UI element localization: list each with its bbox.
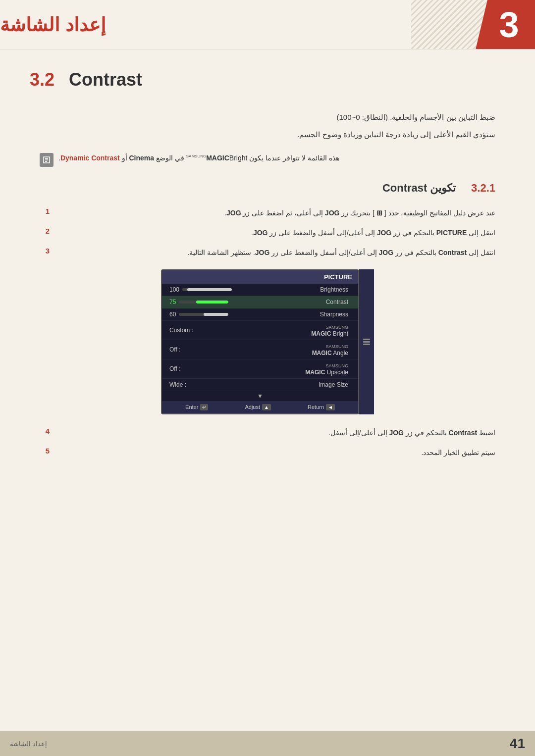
step-4: اضبط Contrast بالتحكم في زر JOG إلى أعلى… [40,427,495,439]
sidebar-icon [359,269,374,414]
section-title [57,69,67,90]
step-2-text: انتقل إلى PICTURE بالتحكم في زر JOG إلى … [57,227,495,239]
section-title-container: 3.2 Contrast [0,50,535,100]
footer-return: ◄ Return [308,404,335,410]
chapter-number: 3 [491,4,519,45]
steps-container: عند عرض دليل المفاتيح الوظيفية، حدد [ ⊞ … [40,207,495,459]
monitor-screen: PICTURE Brightness 100 [161,269,359,414]
description-line1: ضبط التباين بين الأجسام والخلفية. (النطا… [40,110,495,125]
step-1: عند عرض دليل المفاتيح الوظيفية، حدد [ ⊞ … [40,207,495,219]
section-title-text: Contrast [69,69,142,90]
menu-scroll-indicator: ▼ [162,391,358,401]
note-block: هذه القائمة لا تتوافر عندما يكون SAMSUNG… [40,152,495,167]
subsection-title: 3.2.1 تكوين Contrast [40,182,495,195]
footer-right-text: إعداد الشاشة [10,740,47,748]
step-1-number: 1 [40,207,50,215]
step-4-number: 4 [40,427,50,435]
page-footer: 41 إعداد الشاشة [0,731,535,756]
note-icon [40,153,54,167]
menu-item-brightness: Brightness 100 [162,284,358,296]
description-block: ضبط التباين بين الأجسام والخلفية. (النطا… [40,110,495,142]
step-3-number: 3 [40,247,50,255]
note-text: هذه القائمة لا تتوافر عندما يكون SAMSUNG… [58,152,339,164]
step-3: انتقل إلى Contrast بالتحكم في زر JOG إلى… [40,247,495,259]
step-5: سيتم تطبيق الخيار المحدد. 5 [40,447,495,459]
menu-footer: ◄ Return ▲ Adjust ↵ Enter [162,401,358,413]
menu-item-magic-angle: SAMSUNG MAGIC Angle : Off [162,340,358,359]
footer-enter: ↵ Enter [185,404,208,410]
menu-item-contrast: Contrast 75 [162,296,358,308]
menu-body: Brightness 100 [162,284,358,401]
menu-header: PICTURE [162,270,358,284]
step-5-number: 5 [40,447,50,455]
description-line2: ستؤدي القيم الأعلى إلى زيادة درجة التباي… [40,127,495,142]
menu-item-image-size: Image Size : Wide [162,379,358,391]
menu-item-magic-upscale: SAMSUNG MAGIC Upscale : Off [162,359,358,379]
menu-item-sharpness: Sharpness 60 [162,308,358,321]
step-2: انتقل إلى PICTURE بالتحكم في زر JOG إلى … [40,227,495,239]
step-1-text: عند عرض دليل المفاتيح الوظيفية، حدد [ ⊞ … [57,207,495,219]
step-5-text: سيتم تطبيق الخيار المحدد. [57,447,495,459]
step-3-text: انتقل إلى Contrast بالتحكم في زر JOG إلى… [57,247,495,259]
main-content: ضبط التباين بين الأجسام والخلفية. (النطا… [0,100,535,486]
page-number: 41 [510,736,525,752]
monitor-screenshot: PICTURE Brightness 100 [40,269,495,414]
chapter-title: إعداد الشاشة [0,14,106,36]
menu-item-magic-bright: SAMSUNG MAGIC Bright : Custom [162,321,358,340]
footer-adjust: ▲ Adjust [245,404,270,410]
monitor-display: PICTURE Brightness 100 [161,269,374,414]
step-2-number: 2 [40,227,50,235]
step-4-text: اضبط Contrast بالتحكم في زر JOG إلى أعلى… [57,427,495,439]
section-number: 3.2 [30,69,54,90]
page-header: إعداد الشاشة 3 [0,0,535,50]
